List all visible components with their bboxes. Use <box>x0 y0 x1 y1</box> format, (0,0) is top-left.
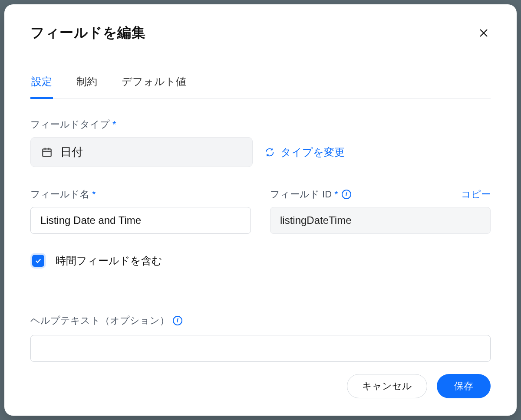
tab-content: フィールドタイプ * 日付 <box>30 118 491 374</box>
field-name-input[interactable] <box>30 207 251 234</box>
tab-settings[interactable]: 設定 <box>30 75 53 99</box>
change-type-label: タイプを変更 <box>280 145 345 159</box>
include-time-row: 時間フィールドを含む <box>30 253 491 269</box>
cancel-button[interactable]: キャンセル <box>347 374 427 398</box>
tab-constraints[interactable]: 制約 <box>76 75 98 99</box>
field-name-label-text: フィールド名 <box>30 188 89 201</box>
modal-header: フィールドを編集 <box>30 23 491 43</box>
help-text-label: ヘルプテキスト（オプション） <box>30 314 491 327</box>
field-type-group: フィールドタイプ * 日付 <box>30 118 491 167</box>
modal-footer: キャンセル 保存 <box>30 374 491 398</box>
field-type-label-text: フィールドタイプ <box>30 118 110 131</box>
field-id-label-text: フィールド ID <box>270 188 332 201</box>
modal-title: フィールドを編集 <box>30 23 145 43</box>
include-time-label: 時間フィールドを含む <box>56 254 162 268</box>
info-icon[interactable] <box>342 190 351 199</box>
close-button[interactable] <box>477 26 491 40</box>
edit-field-modal: フィールドを編集 設定 制約 デフォルト値 フィールドタイプ * <box>4 4 517 416</box>
info-icon[interactable] <box>173 316 182 325</box>
divider <box>30 294 491 294</box>
required-indicator: * <box>112 119 116 130</box>
field-type-display: 日付 <box>30 137 253 167</box>
field-name-group: フィールド名 * <box>30 188 251 234</box>
required-indicator: * <box>334 189 338 200</box>
close-icon <box>478 28 489 38</box>
help-text-label-text: ヘルプテキスト（オプション） <box>30 314 169 327</box>
include-time-checkbox[interactable] <box>30 253 46 269</box>
tab-default-value[interactable]: デフォルト値 <box>121 75 187 99</box>
check-icon <box>34 257 42 265</box>
calendar-icon <box>41 147 53 158</box>
field-type-label: フィールドタイプ * <box>30 118 491 131</box>
field-type-value: 日付 <box>60 144 83 160</box>
refresh-icon <box>265 148 274 157</box>
field-id-label: フィールド ID * <box>270 188 351 201</box>
svg-rect-2 <box>43 149 51 156</box>
required-indicator: * <box>92 189 96 200</box>
save-button[interactable]: 保存 <box>437 374 491 398</box>
change-type-button[interactable]: タイプを変更 <box>265 145 345 159</box>
field-id-input[interactable] <box>270 207 491 234</box>
copy-button[interactable]: コピー <box>461 188 491 201</box>
help-text-input[interactable] <box>30 335 491 362</box>
tabs: 設定 制約 デフォルト値 <box>30 75 491 99</box>
field-id-group: フィールド ID * コピー <box>270 188 491 234</box>
field-name-label: フィールド名 * <box>30 188 251 201</box>
